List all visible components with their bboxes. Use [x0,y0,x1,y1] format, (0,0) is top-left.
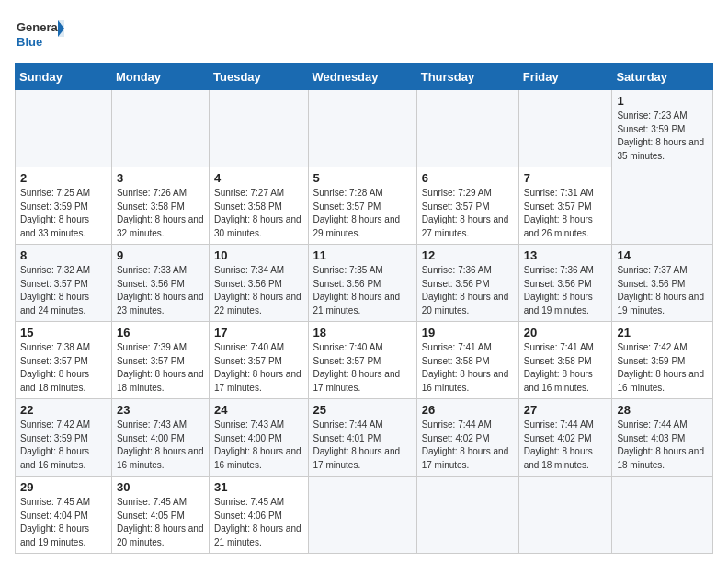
calendar-cell: 16Sunrise: 7:39 AMSunset: 3:57 PMDayligh… [111,322,209,399]
calendar-week-row: 29Sunrise: 7:45 AMSunset: 4:04 PMDayligh… [16,477,713,554]
calendar-cell [16,90,112,167]
calendar-cell [416,90,518,167]
day-info: Sunrise: 7:41 AMSunset: 3:58 PMDaylight:… [524,341,608,395]
day-number: 23 [117,403,204,417]
day-number: 22 [20,403,107,417]
day-number: 19 [422,326,514,339]
day-number: 14 [617,248,708,262]
day-info: Sunrise: 7:45 AMSunset: 4:05 PMDaylight:… [117,496,204,549]
day-number: 1 [617,94,708,108]
day-info: Sunrise: 7:45 AMSunset: 4:04 PMDaylight:… [20,496,107,549]
calendar-cell: 14Sunrise: 7:37 AMSunset: 3:56 PMDayligh… [612,245,713,322]
day-number: 7 [524,171,608,185]
calendar-cell: 17Sunrise: 7:40 AMSunset: 3:57 PMDayligh… [210,322,308,399]
day-number: 15 [20,326,107,339]
calendar-cell: 23Sunrise: 7:43 AMSunset: 4:00 PMDayligh… [111,399,209,477]
day-number: 2 [20,171,107,185]
calendar-cell [612,167,713,245]
day-number: 24 [214,403,302,417]
calendar-table: SundayMondayTuesdayWednesdayThursdayFrid… [15,63,713,554]
day-info: Sunrise: 7:36 AMSunset: 3:56 PMDaylight:… [422,264,514,317]
day-info: Sunrise: 7:34 AMSunset: 3:56 PMDaylight:… [214,264,302,317]
day-number: 20 [524,326,608,339]
svg-text:General: General [17,20,61,34]
calendar-cell: 31Sunrise: 7:45 AMSunset: 4:06 PMDayligh… [210,477,308,554]
day-info: Sunrise: 7:28 AMSunset: 3:57 PMDaylight:… [313,187,412,240]
calendar-cell [416,477,518,554]
calendar-cell: 2Sunrise: 7:25 AMSunset: 3:59 PMDaylight… [16,167,112,245]
day-info: Sunrise: 7:25 AMSunset: 3:59 PMDaylight:… [20,187,107,240]
calendar-week-row: 2Sunrise: 7:25 AMSunset: 3:59 PMDaylight… [16,167,713,245]
calendar-body: 1Sunrise: 7:23 AMSunset: 3:59 PMDaylight… [16,90,713,554]
calendar-cell: 5Sunrise: 7:28 AMSunset: 3:57 PMDaylight… [308,167,416,245]
day-info: Sunrise: 7:32 AMSunset: 3:57 PMDaylight:… [20,264,107,317]
day-header-sunday: Sunday [16,64,112,90]
day-number: 18 [313,326,412,339]
calendar-cell: 22Sunrise: 7:42 AMSunset: 3:59 PMDayligh… [16,399,112,477]
day-number: 5 [313,171,412,185]
day-info: Sunrise: 7:41 AMSunset: 3:58 PMDaylight:… [422,341,514,395]
logo: General Blue [15,15,65,56]
day-number: 10 [214,248,302,262]
day-number: 17 [214,326,302,339]
day-number: 3 [117,171,204,185]
calendar-header-row: SundayMondayTuesdayWednesdayThursdayFrid… [16,64,713,90]
calendar-cell: 30Sunrise: 7:45 AMSunset: 4:05 PMDayligh… [111,477,209,554]
day-info: Sunrise: 7:44 AMSunset: 4:02 PMDaylight:… [422,419,514,472]
day-info: Sunrise: 7:27 AMSunset: 3:58 PMDaylight:… [214,187,302,240]
page-header: General Blue [15,15,713,56]
day-info: Sunrise: 7:44 AMSunset: 4:01 PMDaylight:… [313,419,412,472]
calendar-cell [308,90,416,167]
calendar-cell: 25Sunrise: 7:44 AMSunset: 4:01 PMDayligh… [308,399,416,477]
day-info: Sunrise: 7:36 AMSunset: 3:56 PMDaylight:… [524,264,608,317]
day-info: Sunrise: 7:29 AMSunset: 3:57 PMDaylight:… [422,187,514,240]
calendar-week-row: 1Sunrise: 7:23 AMSunset: 3:59 PMDaylight… [16,90,713,167]
day-info: Sunrise: 7:42 AMSunset: 3:59 PMDaylight:… [20,419,107,472]
calendar-cell: 21Sunrise: 7:42 AMSunset: 3:59 PMDayligh… [612,322,713,399]
day-info: Sunrise: 7:43 AMSunset: 4:00 PMDaylight:… [214,419,302,472]
calendar-cell: 4Sunrise: 7:27 AMSunset: 3:58 PMDaylight… [210,167,308,245]
day-number: 27 [524,403,608,417]
day-number: 28 [617,403,708,417]
calendar-cell: 9Sunrise: 7:33 AMSunset: 3:56 PMDaylight… [111,245,209,322]
day-header-wednesday: Wednesday [308,64,416,90]
calendar-cell: 8Sunrise: 7:32 AMSunset: 3:57 PMDaylight… [16,245,112,322]
day-info: Sunrise: 7:42 AMSunset: 3:59 PMDaylight:… [617,341,708,395]
day-info: Sunrise: 7:45 AMSunset: 4:06 PMDaylight:… [214,496,302,549]
calendar-cell: 20Sunrise: 7:41 AMSunset: 3:58 PMDayligh… [518,322,612,399]
day-info: Sunrise: 7:26 AMSunset: 3:58 PMDaylight:… [117,187,204,240]
calendar-cell [308,477,416,554]
day-number: 12 [422,248,514,262]
day-info: Sunrise: 7:37 AMSunset: 3:56 PMDaylight:… [617,264,708,317]
logo-svg: General Blue [15,15,65,56]
day-info: Sunrise: 7:31 AMSunset: 3:57 PMDaylight:… [524,187,608,240]
calendar-cell [111,90,209,167]
day-info: Sunrise: 7:43 AMSunset: 4:00 PMDaylight:… [117,419,204,472]
day-header-tuesday: Tuesday [210,64,308,90]
day-number: 16 [117,326,204,339]
calendar-cell: 13Sunrise: 7:36 AMSunset: 3:56 PMDayligh… [518,245,612,322]
calendar-cell: 11Sunrise: 7:35 AMSunset: 3:56 PMDayligh… [308,245,416,322]
calendar-cell [518,477,612,554]
day-number: 31 [214,480,302,494]
calendar-cell [612,477,713,554]
calendar-cell: 15Sunrise: 7:38 AMSunset: 3:57 PMDayligh… [16,322,112,399]
calendar-cell: 19Sunrise: 7:41 AMSunset: 3:58 PMDayligh… [416,322,518,399]
calendar-cell: 3Sunrise: 7:26 AMSunset: 3:58 PMDaylight… [111,167,209,245]
calendar-cell: 29Sunrise: 7:45 AMSunset: 4:04 PMDayligh… [16,477,112,554]
day-number: 4 [214,171,302,185]
calendar-cell: 27Sunrise: 7:44 AMSunset: 4:02 PMDayligh… [518,399,612,477]
day-number: 9 [117,248,204,262]
day-number: 13 [524,248,608,262]
calendar-cell: 28Sunrise: 7:44 AMSunset: 4:03 PMDayligh… [612,399,713,477]
day-header-friday: Friday [518,64,612,90]
svg-text:Blue: Blue [17,35,42,49]
day-number: 6 [422,171,514,185]
calendar-week-row: 8Sunrise: 7:32 AMSunset: 3:57 PMDaylight… [16,245,713,322]
day-number: 11 [313,248,412,262]
day-info: Sunrise: 7:44 AMSunset: 4:02 PMDaylight:… [524,419,608,472]
calendar-cell: 12Sunrise: 7:36 AMSunset: 3:56 PMDayligh… [416,245,518,322]
day-info: Sunrise: 7:38 AMSunset: 3:57 PMDaylight:… [20,341,107,395]
calendar-cell [210,90,308,167]
day-info: Sunrise: 7:40 AMSunset: 3:57 PMDaylight:… [214,341,302,395]
